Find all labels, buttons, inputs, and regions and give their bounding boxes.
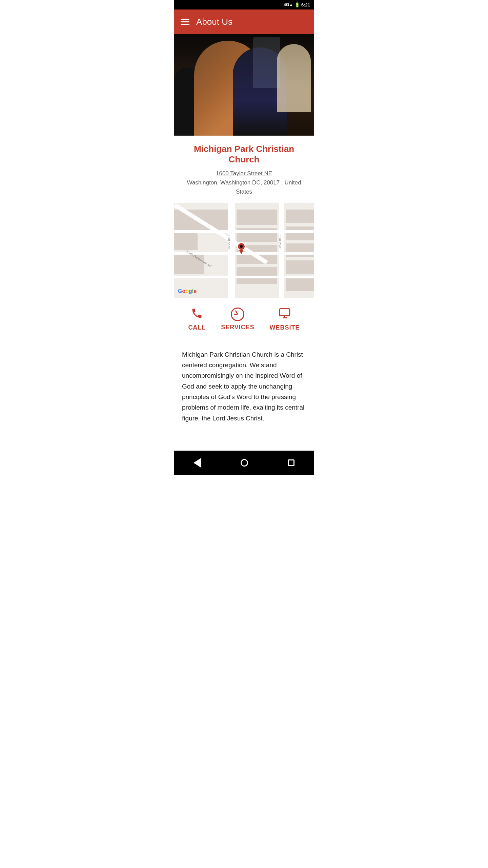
- back-button[interactable]: [194, 458, 201, 468]
- church-info: Michigan Park Christian Church 1600 Tayl…: [174, 136, 314, 197]
- website-label: WEBSITE: [270, 324, 300, 331]
- menu-button[interactable]: [181, 19, 189, 25]
- home-icon: [241, 459, 248, 467]
- action-buttons-row: CALL SERVICES WEBSITE: [174, 298, 314, 341]
- svg-rect-0: [280, 309, 290, 316]
- page-title: About Us: [196, 17, 232, 27]
- map-pin: [236, 242, 246, 256]
- recent-icon: [288, 459, 294, 466]
- services-button[interactable]: SERVICES: [221, 308, 255, 331]
- hero-image: [174, 34, 314, 136]
- website-button[interactable]: WEBSITE: [270, 307, 300, 331]
- services-label: SERVICES: [221, 324, 255, 331]
- back-icon: [194, 458, 201, 468]
- call-button[interactable]: CALL: [188, 307, 206, 331]
- monitor-icon: [278, 307, 292, 321]
- map-container[interactable]: 18th St NE 18th Pl NE South Dakota Ave N…: [174, 203, 314, 298]
- recent-button[interactable]: [288, 459, 294, 466]
- time-display: 6:21: [301, 2, 310, 7]
- bottom-nav: [174, 451, 314, 475]
- app-header: About Us: [174, 9, 314, 34]
- church-address: 1600 Taylor Street NE Washington, Washin…: [181, 169, 307, 197]
- call-label: CALL: [188, 324, 206, 331]
- hero-scene: [174, 34, 314, 136]
- address-link[interactable]: 1600 Taylor Street NE Washington, Washin…: [187, 170, 281, 186]
- status-icons: 4G▲ 🔋 6:21: [284, 2, 310, 7]
- church-description: Michigan Park Christian Church is a Chri…: [174, 341, 314, 437]
- phone-icon: [191, 307, 203, 321]
- church-name: Michigan Park Christian Church: [181, 144, 307, 165]
- google-logo: Google: [178, 288, 197, 294]
- home-button[interactable]: [241, 459, 248, 467]
- status-bar: 4G▲ 🔋 6:21: [174, 0, 314, 9]
- map-background: 18th St NE 18th Pl NE South Dakota Ave N…: [174, 203, 314, 298]
- battery-icon: 🔋: [294, 2, 300, 7]
- signal-icon: 4G▲: [284, 2, 293, 7]
- clock-icon: [231, 308, 244, 321]
